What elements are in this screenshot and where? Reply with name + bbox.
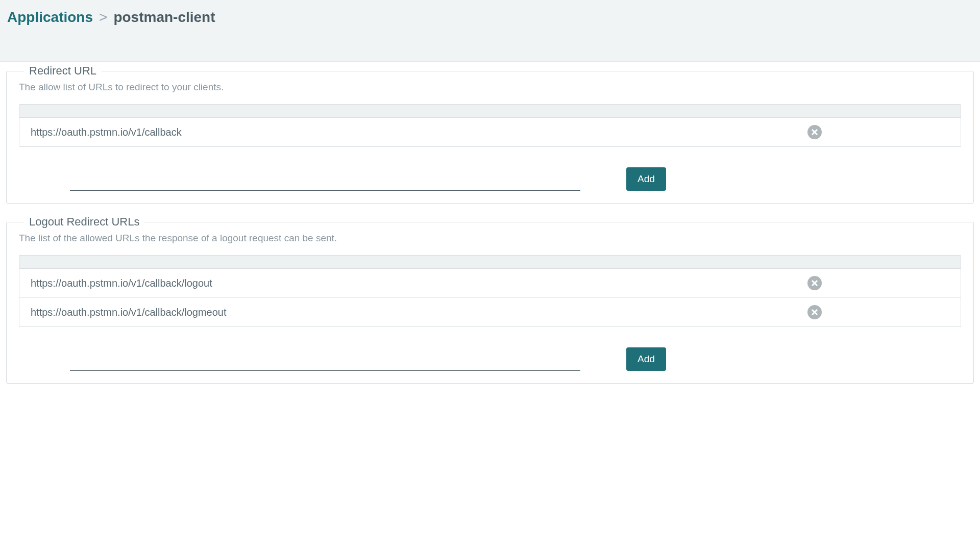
page-header: Applications > postman-client: [0, 0, 980, 62]
table-row: https://oauth.pstmn.io/v1/callback/logou…: [19, 269, 961, 298]
table-row: https://oauth.pstmn.io/v1/callback: [19, 118, 961, 146]
breadcrumb: Applications > postman-client: [7, 9, 973, 26]
url-value: https://oauth.pstmn.io/v1/callback/logme…: [31, 307, 807, 318]
add-logout-button[interactable]: Add: [626, 347, 666, 371]
table-row: https://oauth.pstmn.io/v1/callback/logme…: [19, 298, 961, 326]
redirect-url-section: Redirect URL The allow list of URLs to r…: [6, 71, 974, 204]
logout-redirect-section: Logout Redirect URLs The list of the all…: [6, 222, 974, 384]
logout-description: The list of the allowed URLs the respons…: [19, 233, 961, 244]
logout-url-input[interactable]: [70, 354, 580, 371]
table-header: [19, 256, 961, 269]
chevron-right-icon: >: [99, 9, 107, 26]
redirect-legend: Redirect URL: [24, 64, 102, 78]
delete-url-button[interactable]: [807, 305, 822, 319]
add-url-row: Add: [19, 347, 961, 371]
table-header: [19, 105, 961, 118]
close-icon: [811, 280, 818, 287]
url-value: https://oauth.pstmn.io/v1/callback: [31, 127, 807, 138]
delete-url-button[interactable]: [807, 125, 822, 139]
url-value: https://oauth.pstmn.io/v1/callback/logou…: [31, 278, 807, 289]
logout-url-table: https://oauth.pstmn.io/v1/callback/logou…: [19, 255, 961, 327]
close-icon: [811, 309, 818, 316]
add-redirect-button[interactable]: Add: [626, 167, 666, 191]
redirect-description: The allow list of URLs to redirect to yo…: [19, 82, 961, 93]
add-url-row: Add: [19, 167, 961, 191]
logout-legend: Logout Redirect URLs: [24, 215, 144, 229]
main-content: Redirect URL The allow list of URLs to r…: [0, 62, 980, 411]
breadcrumb-root-link[interactable]: Applications: [7, 9, 93, 26]
breadcrumb-current: postman-client: [113, 9, 215, 26]
redirect-url-table: https://oauth.pstmn.io/v1/callback: [19, 104, 961, 147]
redirect-url-input[interactable]: [70, 173, 580, 191]
delete-url-button[interactable]: [807, 276, 822, 290]
close-icon: [811, 129, 818, 136]
